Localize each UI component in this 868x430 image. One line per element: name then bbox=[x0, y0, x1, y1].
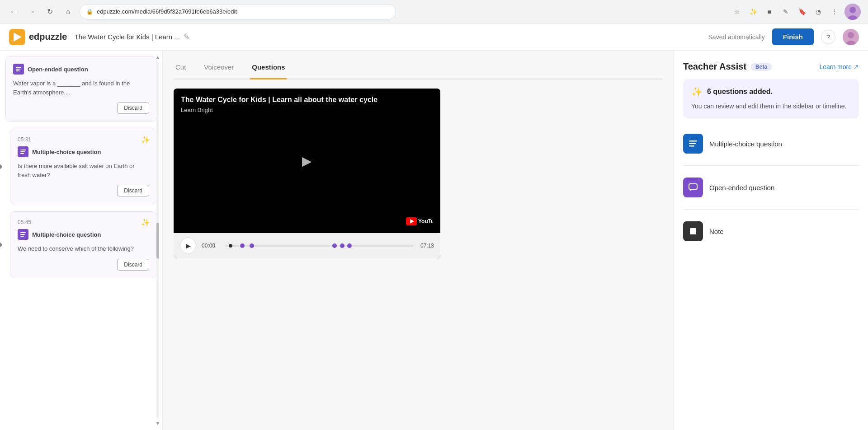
scroll-up-button[interactable]: ▲ bbox=[155, 54, 160, 61]
oe-label: Open-ended question bbox=[709, 184, 774, 192]
card-type-label-1: Open-ended question bbox=[28, 66, 88, 73]
svg-rect-14 bbox=[20, 232, 26, 233]
logo-text: edpuzzle bbox=[29, 32, 67, 42]
svg-point-6 bbox=[848, 32, 854, 38]
extension-icon[interactable]: ✨ bbox=[747, 5, 760, 18]
edit-title-button[interactable]: ✎ bbox=[184, 33, 189, 41]
saved-status: Saved automatically bbox=[708, 33, 765, 41]
ai-wand-icon-2[interactable]: ✨ bbox=[141, 136, 150, 144]
discard-button-1[interactable]: Discard bbox=[117, 102, 149, 114]
app-header: edpuzzle The Water Cycle for Kids | Lear… bbox=[0, 23, 868, 51]
timeline-dot-2 bbox=[250, 243, 254, 248]
tab-voiceover[interactable]: Voiceover bbox=[202, 60, 236, 79]
browser-chrome: ← → ↻ ⌂ 🔒 edpuzzle.com/media/66f9d5f32a7… bbox=[0, 0, 868, 23]
menu-icon[interactable]: ⋮ bbox=[828, 5, 841, 18]
browser-actions: ☆ ✨ ■ ✎ 🔖 ◔ ⋮ bbox=[731, 4, 861, 20]
assist-card: ✨ 6 questions added. You can review and … bbox=[683, 79, 859, 118]
card-text-1: Water vapor is a _______ and is found in… bbox=[13, 79, 149, 97]
forward-button[interactable]: → bbox=[25, 5, 38, 18]
dot-indicator-3 bbox=[0, 243, 2, 247]
divider-1 bbox=[683, 165, 859, 166]
card-type-label-2: Multiple-choice question bbox=[32, 149, 101, 155]
extension-2-icon[interactable]: ■ bbox=[763, 5, 776, 18]
address-bar[interactable]: 🔒 edpuzzle.com/media/66f9d5f32a7691fe6eb… bbox=[80, 4, 396, 19]
video-title-area: The Water Cycle for Kids | Learn ... ✎ bbox=[74, 33, 189, 41]
open-ended-icon bbox=[13, 64, 24, 75]
scrollbar-thumb bbox=[156, 223, 159, 259]
finish-button[interactable]: Finish bbox=[772, 28, 814, 45]
tab-cut[interactable]: Cut bbox=[174, 60, 188, 79]
teacher-assist-title: Teacher Assist bbox=[683, 61, 746, 72]
reload-button[interactable]: ↻ bbox=[43, 5, 56, 18]
teacher-assist-header: Teacher Assist Beta Learn more ↗ bbox=[683, 61, 859, 72]
svg-rect-16 bbox=[20, 236, 24, 237]
puzzle-icon[interactable]: ◔ bbox=[812, 5, 825, 18]
discard-button-3[interactable]: Discard bbox=[117, 259, 149, 271]
question-type-section: Multiple-choice question Open-ended ques… bbox=[683, 129, 859, 246]
help-button[interactable]: ? bbox=[821, 30, 835, 44]
play-button[interactable]: ▶ bbox=[180, 238, 196, 254]
qtype-multiple-choice[interactable]: Multiple-choice question bbox=[683, 129, 859, 158]
app-body: Open-ended question Water vapor is a ___… bbox=[0, 51, 868, 430]
pencil-icon[interactable]: ✎ bbox=[779, 5, 792, 18]
card-header-2: Multiple-choice question bbox=[18, 146, 149, 157]
browser-avatar[interactable] bbox=[844, 4, 861, 20]
card-text-2: Is there more available salt water on Ea… bbox=[18, 162, 149, 179]
lock-icon: 🔒 bbox=[86, 9, 93, 15]
svg-rect-25 bbox=[690, 228, 696, 234]
timeline[interactable] bbox=[225, 245, 413, 247]
timeline-dot-3 bbox=[332, 243, 337, 248]
youtube-logo: YouTube bbox=[406, 217, 433, 226]
ai-wand-icon-3[interactable]: ✨ bbox=[141, 218, 150, 227]
svg-rect-20 bbox=[689, 140, 697, 142]
video-title-overlay: The Water Cycle for Kids | Learn all abo… bbox=[181, 96, 433, 104]
divider-2 bbox=[683, 209, 859, 210]
qtype-open-ended[interactable]: Open-ended question bbox=[683, 173, 859, 202]
main-content: Cut Voiceover Questions The Water Cycle … bbox=[163, 51, 674, 430]
assist-card-header: ✨ 6 questions added. bbox=[691, 86, 851, 97]
learn-more-text: Learn more bbox=[819, 63, 852, 70]
mc-icon-3 bbox=[18, 229, 28, 240]
sidebar: Open-ended question Water vapor is a ___… bbox=[0, 51, 163, 430]
card-text-3: We need to conserve which of the followi… bbox=[18, 244, 149, 253]
qtype-note[interactable]: Note bbox=[683, 217, 859, 246]
learn-more-link[interactable]: Learn more ↗ bbox=[819, 63, 859, 70]
timeline-dot-5 bbox=[347, 243, 352, 248]
svg-rect-15 bbox=[20, 234, 25, 235]
question-card-open-ended: Open-ended question Water vapor is a ___… bbox=[5, 56, 157, 122]
sidebar-scroll[interactable]: Open-ended question Water vapor is a ___… bbox=[0, 51, 162, 430]
card-timestamp-3: 05:45 bbox=[18, 219, 149, 225]
right-panel: Teacher Assist Beta Learn more ↗ ✨ 6 que… bbox=[674, 51, 868, 430]
user-avatar[interactable] bbox=[843, 29, 859, 45]
star-button[interactable]: ☆ bbox=[731, 5, 743, 18]
note-icon-box bbox=[683, 221, 703, 241]
card-header-1: Open-ended question bbox=[13, 64, 149, 75]
card-timestamp-2: 05:31 bbox=[18, 136, 149, 143]
mc-label: Multiple-choice question bbox=[709, 140, 782, 148]
timeline-progress bbox=[229, 244, 232, 248]
card-type-label-3: Multiple-choice question bbox=[32, 231, 101, 238]
edpuzzle-logo-icon bbox=[9, 29, 25, 45]
svg-rect-11 bbox=[20, 150, 26, 150]
discard-button-2[interactable]: Discard bbox=[117, 185, 149, 196]
timeline-dot-1 bbox=[240, 243, 245, 248]
header-right: Saved automatically Finish ? bbox=[708, 28, 859, 45]
video-screen: The Water Cycle for Kids | Learn all abo… bbox=[174, 89, 440, 233]
svg-rect-21 bbox=[689, 143, 696, 145]
question-card-mc-1: 05:31 ✨ Multiple-choice question Is ther… bbox=[10, 129, 157, 204]
scroll-down-button[interactable]: ▼ bbox=[155, 420, 160, 426]
url-text: edpuzzle.com/media/66f9d5f32a7691fe6eb6a… bbox=[97, 8, 237, 15]
assist-description: You can review and edit them in the side… bbox=[691, 102, 851, 111]
bookmark-icon[interactable]: 🔖 bbox=[796, 5, 808, 18]
home-button[interactable]: ⌂ bbox=[61, 5, 74, 18]
question-card-mc-2: 05:45 ✨ Multiple-choice question We need… bbox=[10, 211, 157, 278]
video-channel-overlay: Learn Bright bbox=[181, 107, 433, 113]
time-end: 07:13 bbox=[420, 243, 434, 249]
timeline-dot-4 bbox=[340, 243, 344, 248]
svg-rect-23 bbox=[689, 184, 697, 189]
video-player: The Water Cycle for Kids | Learn all abo… bbox=[174, 89, 440, 258]
tab-questions[interactable]: Questions bbox=[250, 60, 287, 79]
svg-rect-12 bbox=[20, 151, 25, 152]
wand-icon: ✨ bbox=[691, 86, 703, 97]
back-button[interactable]: ← bbox=[7, 5, 20, 18]
